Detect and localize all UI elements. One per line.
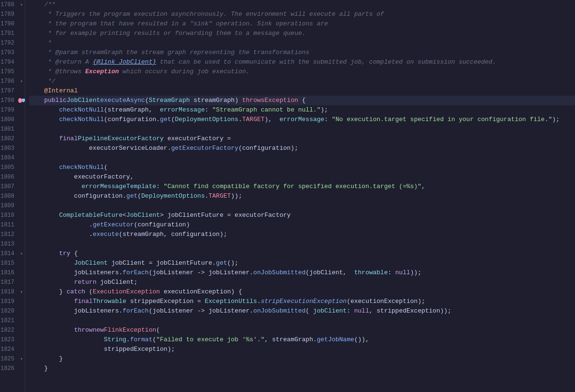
line-number-1805: 1805 [0,164,18,171]
code-line-1817: return jobClient; [29,278,575,287]
fold-icon[interactable]: ▾ [20,251,23,257]
gutter-row-1797: 1797 [0,86,25,96]
code-line-1823: String.format("Failed to execute job '%s… [29,335,575,345]
fold-icon[interactable]: ▾ [20,78,23,84]
line-number-1796: 1796 [0,78,18,85]
gutter-icons-1796[interactable]: ▾ [18,78,25,84]
code-line-1816: jobListeners.forEach(jobListener -> jobL… [29,268,575,278]
code-line-1796: */ [29,77,575,86]
line-number-1823: 1823 [0,336,18,343]
gutter-row-1811: 1811 [0,220,25,230]
gutter-row-1792: 1792 [0,38,25,48]
gutter-row-1824: 1824 [0,345,25,354]
code-line-1799: checkNotNull(streamGraph, errorMessage: … [29,105,575,115]
line-number-1826: 1826 [0,365,18,372]
gutter-icons-1814[interactable]: ▾ [18,251,25,257]
code-line-1798: public JobClient executeAsync(StreamGrap… [29,96,575,105]
code-line-1811: .getExecutor(configuration) [29,220,575,230]
code-line-1802: final PipelineExecutorFactory executorFa… [29,134,575,144]
code-line-1812: .execute(streamGraph, configuration); [29,230,575,239]
code-line-1789: * Triggers the program execution asynchr… [29,10,575,19]
code-line-1801 [29,124,575,134]
gutter-row-1807: 1807 [0,182,25,191]
line-number-1794: 1794 [0,59,18,66]
gutter-row-1789: 1789 [0,10,25,19]
line-number-1808: 1808 [0,193,18,200]
gutter-row-1814: 1814▾ [0,249,25,258]
line-number-1812: 1812 [0,231,18,238]
line-number-1810: 1810 [0,212,18,219]
gutter-row-1808: 1808 [0,191,25,201]
code-line-1804 [29,153,575,163]
line-number-1795: 1795 [0,68,18,75]
gutter-row-1812: 1812 [0,230,25,239]
code-line-1797: @Internal [29,86,575,96]
line-number-1799: 1799 [0,107,18,113]
gutter-row-1819: 1819 [0,297,25,306]
line-number-1814: 1814 [0,250,18,257]
gutter-row-1799: 1799 [0,105,25,115]
line-number-1803: 1803 [0,145,18,152]
code-line-1815: JobClient jobClient = jobClientFuture.ge… [29,258,575,268]
bookmark-icon[interactable] [22,99,25,102]
gutter-row-1802: 1802 [0,134,25,144]
gutter-row-1793: 1793 [0,48,25,57]
line-gutter: 1788▾17891790179117921793179417951796▾17… [0,0,25,392]
gutter-row-1820: 1820 [0,306,25,316]
gutter-row-1790: 1790 [0,19,25,29]
code-line-1800: checkNotNull(configuration.get(Deploymen… [29,115,575,124]
code-line-1814: try { [29,249,575,258]
gutter-row-1800: 1800 [0,115,25,124]
gutter-row-1813: 1813 [0,239,25,249]
line-number-1791: 1791 [0,30,18,37]
gutter-row-1805: 1805 [0,163,25,172]
gutter-row-1791: 1791 [0,29,25,38]
code-line-1810: CompletableFuture<JobClient> jobClientFu… [29,211,575,220]
line-number-1815: 1815 [0,260,18,267]
code-line-1793: * @param streamGraph the stream graph re… [29,48,575,57]
line-number-1798: 1798 [0,97,18,104]
line-number-1802: 1802 [0,135,18,142]
line-number-1800: 1800 [0,116,18,123]
gutter-row-1815: 1815 [0,258,25,268]
gutter-row-1825: 1825▾ [0,354,25,364]
breakpoint-icon[interactable] [18,98,22,103]
gutter-row-1796: 1796▾ [0,77,25,86]
line-number-1819: 1819 [0,298,18,305]
line-number-1825: 1825 [0,356,18,362]
line-number-1822: 1822 [0,327,18,334]
gutter-row-1798: 1798 [0,96,25,105]
line-number-1811: 1811 [0,222,18,228]
code-line-1788: /** [29,0,575,10]
line-number-1818: 1818 [0,289,18,295]
gutter-icons-1818[interactable]: ▾ [18,289,25,295]
code-area: 1788▾17891790179117921793179417951796▾17… [0,0,575,392]
fold-icon[interactable]: ▾ [20,2,23,8]
line-number-1813: 1813 [0,241,18,247]
code-line-1794: * @return A {@link JobClient} that can b… [29,57,575,67]
code-line-1813 [29,239,575,249]
gutter-icons-1798[interactable] [18,98,25,103]
line-number-1804: 1804 [0,155,18,161]
line-number-1789: 1789 [0,11,18,18]
editor: 1788▾17891790179117921793179417951796▾17… [0,0,575,392]
gutter-row-1816: 1816 [0,268,25,278]
code-line-1824: strippedException); [29,345,575,354]
line-number-1797: 1797 [0,88,18,94]
line-number-1824: 1824 [0,346,18,353]
fold-icon[interactable]: ▾ [20,356,23,362]
code-line-1822: throw new FlinkException( [29,325,575,335]
code-line-1820: jobListeners.forEach(jobListener -> jobL… [29,306,575,316]
gutter-row-1822: 1822 [0,325,25,335]
fold-icon[interactable]: ▾ [20,289,23,295]
code-line-1808: configuration.get(DeploymentOptions.TARG… [29,191,575,201]
line-number-1820: 1820 [0,308,18,314]
gutter-row-1795: 1795 [0,67,25,77]
line-number-1809: 1809 [0,202,18,209]
gutter-icons-1825[interactable]: ▾ [18,356,25,362]
gutter-icons-1788[interactable]: ▾ [18,2,25,8]
code-line-1792: * [29,38,575,48]
code-content[interactable]: /** * Triggers the program execution asy… [25,0,575,392]
code-line-1826: } [29,364,575,373]
line-number-1792: 1792 [0,40,18,46]
